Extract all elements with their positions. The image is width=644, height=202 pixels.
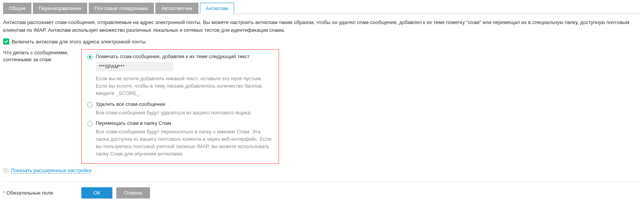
ok-button[interactable]: ОК [81, 187, 112, 199]
mark-text-input[interactable] [96, 62, 173, 71]
tab-antispam[interactable]: Антиспам [200, 3, 234, 14]
spam-action-row: Что делать с сообщениями, сочтенными за … [3, 49, 641, 164]
spam-action-options: Помечать спам-сообщения, добавляя к их т… [81, 49, 279, 164]
tab-aliases[interactable]: Почтовые псевдонимы [89, 3, 154, 14]
tab-general[interactable]: Общие [3, 3, 31, 14]
radio-move[interactable] [87, 121, 93, 126]
required-fields-label: Обязательные поля [7, 190, 53, 196]
checkbox-enable-antispam[interactable] [3, 38, 9, 45]
radio-delete[interactable] [87, 102, 93, 107]
radio-mark[interactable] [87, 54, 93, 60]
cancel-button[interactable]: Отмена [116, 187, 150, 199]
enable-antispam-row: Включить антиспам для этого адреса элект… [3, 38, 641, 45]
footer-row: * Обязательные поля ОК Отмена [3, 187, 641, 199]
advanced-settings-row: + Показать расширенные настройки [3, 167, 641, 174]
tab-forwarding[interactable]: Перенаправление [33, 3, 87, 14]
option-move: Перемещать спам в папку Спам Все спам-со… [87, 120, 273, 157]
option-mark-desc: Если вы не хотите добавлять никакой текс… [96, 75, 273, 97]
footer-divider [3, 181, 641, 182]
checkmark-icon [4, 40, 8, 43]
tabs-bar: Общие Перенаправление Почтовые псевдоним… [3, 2, 641, 14]
option-delete-desc: Все спам-сообщения будут удаляться из ва… [96, 109, 273, 117]
plus-icon[interactable]: + [3, 168, 9, 173]
option-delete: Удалять все спам-сообщения Все спам-сооб… [87, 101, 273, 117]
option-mark: Помечать спам-сообщения, добавляя к их т… [87, 54, 273, 97]
option-mark-title: Помечать спам-сообщения, добавляя к их т… [96, 54, 273, 59]
required-fields-note: * Обязательные поля [3, 190, 81, 196]
enable-antispam-label: Включить антиспам для этого адреса элект… [12, 39, 146, 45]
spam-action-label: Что делать с сообщениями, сочтенными за … [3, 49, 77, 63]
tab-autoresponder[interactable]: Автоответчик [155, 3, 198, 14]
intro-text: Антиспам распознает спам-сообщения, отпр… [3, 19, 641, 34]
advanced-settings-link[interactable]: Показать расширенные настройки [11, 167, 91, 174]
option-delete-title: Удалять все спам-сообщения [96, 101, 273, 107]
option-move-title: Перемещать спам в папку Спам [96, 120, 273, 126]
required-star-icon: * [3, 190, 5, 196]
option-move-desc: Все спам-сообщения будут переноситься в … [96, 128, 273, 157]
